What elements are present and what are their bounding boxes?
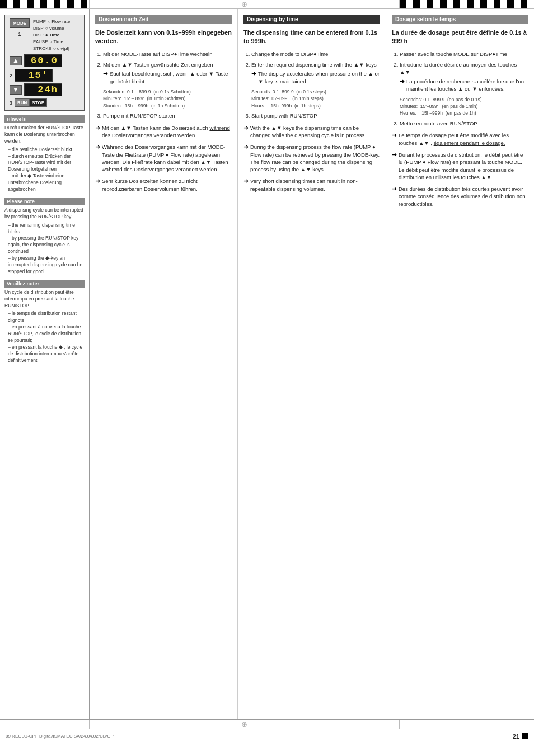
col2-step2-seconds: Seconds: 0.1–899.9 (in 0.1s steps)Minute… xyxy=(251,88,380,109)
down-arrow-button[interactable]: ▼ xyxy=(10,85,22,94)
arrow-icon-10: ➜ xyxy=(392,131,397,139)
col3-body: Passer avec la touche MODE sur DISP●Time… xyxy=(392,50,528,208)
top-stripe-right xyxy=(400,0,534,8)
footer-copyright: 09 REGLO-CPF Digital/ISMATEC SA/24.04.02… xyxy=(6,734,114,739)
col2-header: Dispensing by time xyxy=(243,15,380,24)
column-french: Dosage selon le temps La durée de dosage… xyxy=(386,9,534,719)
veuillez-bullet-1: le temps de distribution restant clignot… xyxy=(8,311,85,324)
page-number: 21 xyxy=(513,733,519,740)
veuillez-bullet-3: en pressant la touche ◆ , le cycle de di… xyxy=(8,344,85,364)
col1-step-3: Pumpe mit RUN/STOP starten xyxy=(103,112,232,120)
please-note-bullets: the remaining dispensing time blinks by … xyxy=(4,222,85,275)
display-top: 60.0 xyxy=(24,54,62,67)
col3-note-2: ➜ Durant le processus de distribution, l… xyxy=(392,151,528,181)
veuillez-bullet-2: en pressant à nouveau la touche RUN/STOP… xyxy=(8,324,85,344)
bottom-stripe-right xyxy=(400,720,534,729)
col1-note-1: ➜ Mit den ▲▼ Tasten kann die Dosierzeit … xyxy=(95,124,232,139)
col2-note-2: ➜ During the dispensing process the flow… xyxy=(243,143,380,173)
arrow-icon-9: ➜ xyxy=(400,77,405,86)
col1-step2-note: Suchlauf beschleunigt sich, wenn ▲ oder … xyxy=(110,70,232,85)
hinweis-header: Hinweis xyxy=(4,115,85,123)
col3-step-2: Introduire la durée désirée au moyen des… xyxy=(400,61,528,117)
main-columns: Dosieren nach Zeit Die Dosierzeit kann v… xyxy=(90,9,534,719)
arrow-icon-6: ➜ xyxy=(243,124,249,132)
run-button[interactable]: RUN xyxy=(15,98,29,107)
device-illustration: MODE 1 PUMP○ Flow rate DISP○ Volume DISP… xyxy=(4,15,85,111)
row-number-1: 1 xyxy=(18,31,21,37)
please-note-bullet-2: by pressing the RUN/STOP key again, the … xyxy=(8,235,85,255)
arrow-icon-4: ➜ xyxy=(95,177,100,185)
col2-note-3: ➜ Very short dispensing times can result… xyxy=(243,177,380,192)
arrow-icon-1: ➜ xyxy=(103,69,108,78)
row-number-3: 3 xyxy=(10,100,12,106)
arrow-icon-12: ➜ xyxy=(392,185,397,193)
up-arrow-button[interactable]: ▲ xyxy=(10,56,22,65)
page: ⊕ MODE 1 PUMP○ Flow rate xyxy=(0,0,534,756)
arrow-icon-5: ➜ xyxy=(251,69,256,78)
veuillez-header: Veuillez noter xyxy=(4,280,85,288)
page-number-square xyxy=(522,733,528,739)
veuillez-bullets: le temps de distribution restant clignot… xyxy=(4,311,85,364)
bottom-stripe-center: ⊕ xyxy=(90,720,400,729)
col1-step2-seconds: Sekunden: 0.1 – 899.9 (in 0.1s Schritten… xyxy=(103,88,232,109)
hinweis-text: Durch Drücken der RUN/STOP-Taste kann di… xyxy=(4,125,85,193)
col3-step-1: Passer avec la touche MODE sur DISP●Time xyxy=(400,50,528,58)
top-stripe-center: ⊕ xyxy=(90,0,400,8)
hinweis-section: Hinweis Durch Drücken der RUN/STOP-Taste… xyxy=(4,115,85,193)
col2-step-3: Start pump with RUN/STOP xyxy=(251,112,380,120)
please-note-section: Please note A dispensing cycle can be in… xyxy=(4,198,85,275)
col2-body: Change the mode to DISP●Time Enter the r… xyxy=(243,50,380,192)
col2-step-1: Change the mode to DISP●Time xyxy=(251,50,380,58)
col2-step2-note: The display accelerates when pressure on… xyxy=(258,70,380,85)
row-number-2: 2 xyxy=(10,73,12,78)
col3-note-3: ➜ Des durées de distribution très courte… xyxy=(392,185,528,208)
arrow-icon-11: ➜ xyxy=(392,151,397,159)
please-note-text: A dispensing cycle can be interrupted by… xyxy=(4,207,85,275)
col3-step2-seconds: Secondes: 0.1–899.9 (en pas de 0.1s)Minu… xyxy=(400,96,528,117)
column-german: Dosieren nach Zeit Die Dosierzeit kann v… xyxy=(90,9,238,719)
col1-note-2: ➜ Während des Dosiervorganges kann mit d… xyxy=(95,143,232,173)
arrow-icon-8: ➜ xyxy=(243,177,249,185)
display-bot: 24h xyxy=(24,83,62,96)
col1-note-3: ➜ Sehr kurze Dosierzeiten können zu nich… xyxy=(95,177,232,192)
col3-step2-note: La procédure de recherche s'accélère lor… xyxy=(406,78,528,93)
mode-button[interactable]: MODE xyxy=(10,18,30,28)
indicator-group: PUMP○ Flow rate DISP○ Volume DISP● Time … xyxy=(33,18,70,52)
col3-step-3: Mettre en route avec RUN/STOP xyxy=(400,120,528,128)
display-mid: 15' xyxy=(15,69,53,82)
col3-header: Dosage selon le temps xyxy=(392,15,528,24)
col1-step-2: Mit den ▲▼ Tasten gewünschte Zeit eingeb… xyxy=(103,61,232,109)
please-note-header: Please note xyxy=(4,198,85,205)
bottom-stripe-left xyxy=(0,720,90,729)
column-english: Dispensing by time The dispensing time c… xyxy=(238,9,386,719)
col2-step-2: Enter the required dispensing time with … xyxy=(251,61,380,109)
hinweis-bullet-1: die restliche Dosierzeit blinkt xyxy=(8,147,85,153)
col1-step-1: Mit der MODE-Taste auf DISP●Time wechsel… xyxy=(103,50,232,58)
top-stripe-left xyxy=(0,0,90,8)
veuillez-text: Un cycle de distribution peut être inter… xyxy=(4,289,85,364)
hinweis-bullet-3: mit der ◆ Taste wird eine unterbrochene … xyxy=(8,173,85,193)
veuillez-section: Veuillez noter Un cycle de distribution … xyxy=(4,280,85,364)
col2-note-1: ➜ With the ▲▼ keys the dispensing time c… xyxy=(243,124,380,139)
col1-body: Mit der MODE-Taste auf DISP●Time wechsel… xyxy=(95,50,232,192)
please-note-bullet-1: the remaining dispensing time blinks xyxy=(8,222,85,236)
left-panel: MODE 1 PUMP○ Flow rate DISP○ Volume DISP… xyxy=(0,9,90,719)
arrow-icon-2: ➜ xyxy=(95,124,100,132)
arrow-icon-3: ➜ xyxy=(95,143,100,151)
col2-title: The dispensing time can be entered from … xyxy=(243,29,380,46)
col1-title: Die Dosierzeit kann von 0.1s–999h eingeg… xyxy=(95,29,232,46)
col1-header: Dosieren nach Zeit xyxy=(95,15,232,24)
please-note-bullet-3: by pressing the ◆-key an interrupted dis… xyxy=(8,255,85,275)
hinweis-bullets: die restliche Dosierzeit blinkt durch er… xyxy=(4,147,85,193)
arrow-icon-7: ➜ xyxy=(243,143,249,151)
stop-button[interactable]: STOP xyxy=(29,98,47,107)
col3-note-1: ➜ Le temps de dosage peut être modifié a… xyxy=(392,132,528,147)
col3-title: La durée de dosage peut être définie de … xyxy=(392,29,528,46)
hinweis-bullet-2: durch erneutes Drücken der RUN/STOP-Tast… xyxy=(8,153,85,173)
